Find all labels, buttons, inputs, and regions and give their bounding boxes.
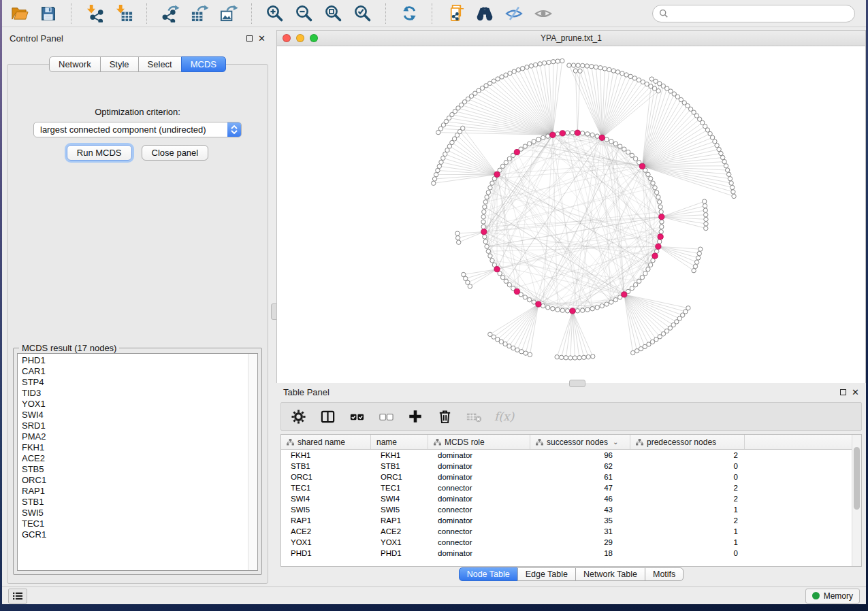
network-node[interactable] [609,139,613,144]
network-node[interactable] [693,264,697,268]
network-node[interactable] [541,303,545,308]
table-row[interactable]: RAP1RAP1dominator352 [281,515,861,526]
network-node[interactable] [659,229,663,233]
network-node[interactable] [585,132,590,136]
network-node[interactable] [724,164,728,168]
horizontal-splitter-grip[interactable] [569,380,585,387]
network-node[interactable] [488,332,492,336]
network-node[interactable] [720,155,724,159]
network-node[interactable] [488,254,492,258]
network-search-box[interactable] [652,5,855,22]
network-node[interactable] [488,186,492,190]
network-node[interactable] [648,263,652,267]
zoom-fit-icon[interactable] [323,3,344,24]
network-node[interactable] [556,59,560,63]
network-node[interactable] [481,214,485,218]
network-node[interactable] [485,195,489,199]
mcds-result-item[interactable]: STB5 [22,464,248,475]
network-node[interactable] [602,67,607,71]
task-history-button[interactable] [8,589,27,604]
network-node[interactable] [605,137,609,142]
network-node[interactable] [576,63,580,67]
network-node[interactable] [633,156,637,161]
network-node[interactable] [728,176,732,180]
mcds-result-item[interactable]: SRD1 [22,420,248,431]
network-node[interactable] [630,286,634,290]
network-node[interactable] [732,194,736,198]
network-node[interactable] [507,156,511,161]
network-node[interactable] [455,235,460,240]
network-node[interactable] [643,271,647,276]
network-node[interactable] [538,62,542,66]
network-node[interactable] [529,64,533,68]
network-node[interactable] [628,74,632,78]
select-all-checked-icon[interactable] [348,408,366,425]
network-node[interactable] [703,208,707,212]
mcds-result-item[interactable]: SWI5 [22,508,248,518]
network-node[interactable] [504,73,508,77]
network-node[interactable] [456,240,460,244]
search-input[interactable] [673,8,848,19]
export-network-icon[interactable] [160,3,180,24]
mcds-result-item[interactable]: ACE2 [22,453,248,464]
network-node[interactable] [507,344,511,348]
network-node[interactable] [555,354,559,359]
network-node[interactable] [462,272,466,276]
network-node[interactable] [434,172,438,176]
tab-style[interactable]: Style [100,56,139,72]
mcds-result-item[interactable]: RAP1 [22,486,248,497]
network-window-titlebar[interactable]: YPA_prune.txt_1 [277,31,865,46]
mcds-result-item[interactable]: TID3 [22,388,248,399]
network-node[interactable] [654,191,658,195]
network-node[interactable] [500,275,504,279]
network-node[interactable] [704,213,708,217]
tab-mcds[interactable]: MCDS [181,56,226,72]
network-node[interactable] [483,235,487,239]
network-node[interactable] [692,268,696,272]
mcds-result-list[interactable]: PHD1CAR1STP4TID3YOX1SWI4SRD1PMA2FKH1ACE2… [17,353,258,571]
network-node[interactable] [590,133,594,137]
network-node[interactable] [634,349,639,353]
network-node[interactable] [481,220,485,224]
mcds-result-item[interactable]: YOX1 [22,399,248,410]
network-node[interactable] [500,75,504,79]
add-column-icon[interactable] [406,408,424,425]
network-node[interactable] [605,302,609,306]
optimization-criterion-dropdown[interactable]: largest connected component (undirected) [33,122,242,137]
mcds-result-item[interactable]: SWI4 [22,410,248,420]
network-node[interactable] [598,65,602,69]
mcds-node[interactable] [622,292,627,297]
network-graph-canvas[interactable] [277,46,865,383]
network-node[interactable] [580,308,584,312]
network-node[interactable] [524,351,528,355]
network-node[interactable] [483,240,487,244]
network-node[interactable] [729,181,733,185]
network-node[interactable] [578,69,582,73]
network-node[interactable] [585,64,589,68]
network-node[interactable] [432,177,436,181]
mcds-result-item[interactable]: TEC1 [22,518,248,529]
mcds-result-item[interactable]: ORC1 [22,475,248,486]
zoom-in-icon[interactable] [265,3,285,24]
network-node[interactable] [504,279,508,283]
mcds-node[interactable] [652,253,658,259]
network-node[interactable] [567,63,571,67]
network-node[interactable] [600,303,604,308]
network-node[interactable] [523,144,527,148]
network-node[interactable] [464,276,468,280]
network-node[interactable] [611,69,615,73]
network-node[interactable] [594,65,598,69]
mcds-result-item[interactable]: CAR1 [22,366,248,377]
network-node[interactable] [520,66,524,70]
network-node[interactable] [590,307,594,311]
mcds-node[interactable] [570,308,575,314]
network-node[interactable] [698,247,703,251]
refresh-layout-icon[interactable] [399,3,419,24]
network-node[interactable] [523,295,527,299]
mcds-result-item[interactable]: STP4 [22,377,248,388]
mcds-node[interactable] [560,131,565,136]
network-node[interactable] [542,61,546,65]
network-node[interactable] [725,168,729,172]
network-node[interactable] [637,279,641,283]
network-node[interactable] [437,164,441,168]
